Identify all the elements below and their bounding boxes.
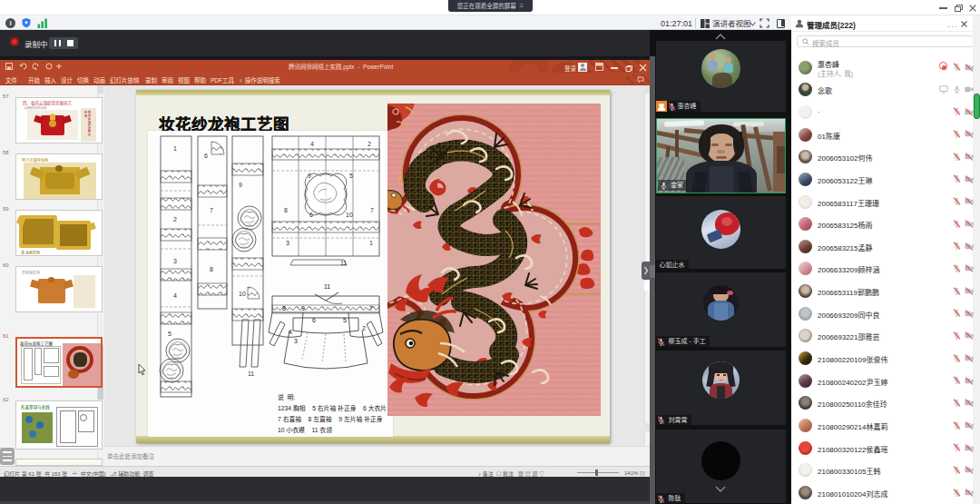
svg-text:9: 9 xyxy=(239,182,242,188)
svg-text:1234 胸相 5 右片袖 补正身 6 大衣片: 1234 胸相 5 右片袖 补正身 6 大衣片 xyxy=(278,404,387,412)
svg-text:8: 8 xyxy=(210,266,213,272)
svg-text:5: 5 xyxy=(349,173,353,179)
svg-text:8: 8 xyxy=(284,207,288,213)
svg-text:7: 7 xyxy=(210,207,213,213)
svg-text:6: 6 xyxy=(312,317,316,323)
svg-text:10: 10 xyxy=(346,212,353,218)
svg-text:7: 7 xyxy=(369,305,373,311)
svg-text:6: 6 xyxy=(204,153,208,159)
svg-text:11: 11 xyxy=(324,283,330,290)
svg-text:2: 2 xyxy=(362,325,366,331)
svg-text:3: 3 xyxy=(173,258,177,264)
svg-text:11: 11 xyxy=(248,371,254,377)
svg-text:2: 2 xyxy=(173,216,177,222)
svg-text:3: 3 xyxy=(294,338,298,344)
svg-text:10 小衣襟 11 衣领: 10 小衣襟 11 衣领 xyxy=(278,426,332,434)
svg-text:7: 7 xyxy=(370,207,374,213)
svg-text:4: 4 xyxy=(310,141,314,147)
svg-text:2: 2 xyxy=(368,141,371,147)
svg-text:1: 1 xyxy=(173,145,177,152)
svg-text:说 明:: 说 明: xyxy=(278,393,295,401)
svg-text:4: 4 xyxy=(173,292,177,299)
svg-text:5: 5 xyxy=(168,331,172,337)
svg-text:10: 10 xyxy=(239,291,246,297)
svg-text:6: 6 xyxy=(309,212,313,218)
svg-text:7 右直袖 8 左直袖 9 左片袖 补正身: 7 右直袖 8 左直袖 9 左片袖 补正身 xyxy=(278,415,383,423)
svg-text:1: 1 xyxy=(369,240,373,246)
svg-text:4: 4 xyxy=(289,329,292,335)
svg-text:9: 9 xyxy=(301,305,305,311)
svg-text:11: 11 xyxy=(340,260,347,266)
svg-text:3: 3 xyxy=(286,240,289,246)
svg-text:5: 5 xyxy=(343,317,347,323)
svg-text:8: 8 xyxy=(282,305,286,311)
